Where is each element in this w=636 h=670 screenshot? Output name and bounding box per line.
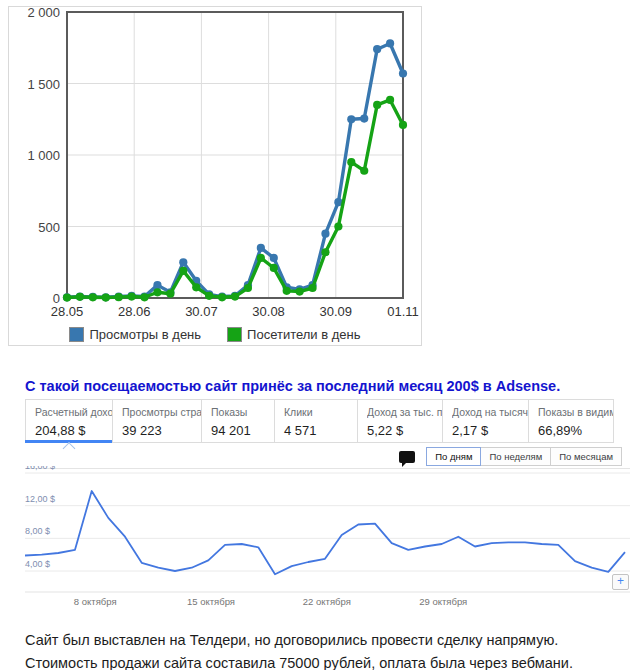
svg-text:30.08: 30.08 <box>252 304 285 319</box>
adsense-metric-cards: Расчетный доход204,88 $Просмотры страниц… <box>25 399 614 443</box>
traffic-chart: 05001 0001 5002 00028.0528.0630.0730.083… <box>8 6 422 346</box>
expand-chart-button[interactable]: + <box>612 574 629 590</box>
comment-bubble-icon[interactable] <box>399 451 415 463</box>
adsense-card-3[interactable]: Показы94 201 <box>201 399 275 443</box>
adsense-card-7[interactable]: Показы в видимой ...66,89% <box>528 399 614 443</box>
view-button-option[interactable]: По месяцам <box>550 447 622 466</box>
svg-text:30.09: 30.09 <box>320 304 353 319</box>
legend-label: Посетители в день <box>247 327 360 342</box>
footer-text: Сайт был выставлен на Телдери, но догово… <box>25 629 631 670</box>
svg-text:8,00 $: 8,00 $ <box>25 526 50 536</box>
page: { "page": { "heading": "С такой посещаем… <box>0 0 636 670</box>
view-toggle-group: По днямПо неделямПо месяцам <box>427 447 622 466</box>
legend-label: Просмотры в день <box>89 327 201 342</box>
svg-text:4,00 $: 4,00 $ <box>25 559 50 569</box>
svg-text:15 октября: 15 октября <box>187 596 235 607</box>
card-value: 39 223 <box>122 423 201 438</box>
card-label: Показы в видимой ... <box>538 406 613 418</box>
legend-swatch <box>69 327 84 342</box>
adsense-card-2[interactable]: Просмотры страниц39 223 <box>112 399 202 443</box>
adsense-card-1[interactable]: Расчетный доход204,88 $ <box>25 399 113 443</box>
svg-text:1 000: 1 000 <box>27 148 60 163</box>
view-button-selected[interactable]: По дням <box>426 447 481 466</box>
svg-text:1 500: 1 500 <box>27 77 60 92</box>
revenue-chart-svg: 4,00 $8,00 $12,00 $16,00 $8 октября15 ок… <box>0 466 636 612</box>
card-label: Расчетный доход <box>35 406 112 418</box>
traffic-chart-svg: 05001 0001 5002 00028.0528.0630.0730.083… <box>9 7 419 343</box>
card-label: Показы <box>211 406 274 418</box>
svg-text:30.07: 30.07 <box>185 304 218 319</box>
footer-line-2: Стоимость продажи сайта составила 75000 … <box>25 652 631 670</box>
svg-text:16,00 $: 16,00 $ <box>25 466 55 471</box>
card-label: Клики <box>284 406 357 418</box>
footer-line-1: Сайт был выставлен на Телдери, но догово… <box>25 629 631 652</box>
card-value: 4 571 <box>284 423 357 438</box>
svg-text:8 октября: 8 октября <box>74 596 117 607</box>
legend-swatch <box>227 327 242 342</box>
traffic-chart-legend: Просмотры в деньПосетители в день <box>9 327 421 342</box>
svg-text:28.06: 28.06 <box>118 304 151 319</box>
card-value: 66,89% <box>538 423 613 438</box>
svg-text:12,00 $: 12,00 $ <box>25 494 55 504</box>
card-label: Просмотры страниц <box>122 406 201 418</box>
legend-item: Посетители в день <box>227 327 360 342</box>
card-value: 5,22 $ <box>367 423 442 438</box>
chart-controls: По днямПо неделямПо месяцам <box>399 447 622 466</box>
view-button-option[interactable]: По неделям <box>480 447 551 466</box>
adsense-card-6[interactable]: Доход на тысячу п...2,17 $ <box>442 399 529 443</box>
card-value: 2,17 $ <box>452 423 528 438</box>
svg-text:22 октября: 22 октября <box>303 596 351 607</box>
card-label: Доход за тыс. пока... <box>367 406 442 418</box>
svg-text:29 октября: 29 октября <box>419 596 467 607</box>
card-value: 204,88 $ <box>35 423 112 438</box>
adsense-card-5[interactable]: Доход за тыс. пока...5,22 $ <box>357 399 443 443</box>
svg-text:500: 500 <box>38 220 60 235</box>
svg-text:28.05: 28.05 <box>51 304 84 319</box>
page-title: С такой посещаемостью сайт принёс за пос… <box>25 378 625 394</box>
card-label: Доход на тысячу п... <box>452 406 528 418</box>
selected-card-caret-icon <box>63 442 76 455</box>
card-value: 94 201 <box>211 423 274 438</box>
svg-text:01.11: 01.11 <box>387 304 419 319</box>
legend-item: Просмотры в день <box>69 327 201 342</box>
adsense-card-4[interactable]: Клики4 571 <box>274 399 358 443</box>
svg-text:2 000: 2 000 <box>27 7 60 20</box>
